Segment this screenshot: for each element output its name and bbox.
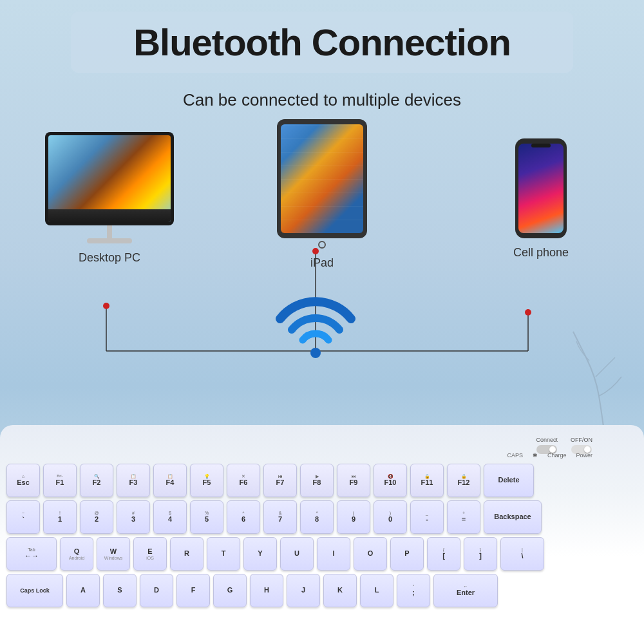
key-j[interactable]: J — [287, 574, 320, 607]
key-o[interactable]: O — [354, 537, 387, 571]
ipad-screen — [281, 124, 363, 233]
phone-notch — [531, 144, 551, 147]
key-rbracket[interactable]: }] — [464, 537, 497, 571]
key-f8[interactable]: ▶F8 — [300, 464, 334, 497]
charge-indicator: Charge — [547, 452, 567, 459]
key-5[interactable]: %5 — [190, 500, 223, 534]
monitor — [45, 132, 174, 225]
caps-row: CAPS ✱ Charge Power — [507, 452, 592, 459]
keyboard-section: Connect OFF/ON CAPS ✱ Charge Power ⌂Esc … — [0, 425, 644, 644]
key-caps-lock[interactable]: Caps Lock — [6, 574, 63, 607]
key-f[interactable]: F — [176, 574, 210, 607]
key-f11[interactable]: 🔒F11 — [410, 464, 444, 497]
key-9[interactable]: (9 — [337, 500, 370, 534]
monitor-screen — [48, 135, 171, 222]
key-l[interactable]: L — [360, 574, 393, 607]
key-q[interactable]: QAndroid — [60, 537, 93, 571]
key-f9[interactable]: ⏭F9 — [337, 464, 370, 497]
svg-point-7 — [525, 309, 531, 316]
offon-group: OFF/ON — [571, 437, 592, 454]
key-f12[interactable]: 🔒F12 — [447, 464, 480, 497]
branch-decoration — [567, 312, 644, 441]
title-banner: Bluetooth Connection — [71, 12, 573, 73]
desktop-label: Desktop PC — [39, 251, 180, 265]
device-desktop: Desktop PC — [39, 132, 180, 265]
svg-point-8 — [310, 348, 321, 358]
key-w[interactable]: WWindows — [97, 537, 130, 571]
bt-indicator: ✱ — [533, 452, 538, 459]
key-backslash[interactable]: |\ — [500, 537, 544, 571]
key-f10[interactable]: 🔇F10 — [374, 464, 407, 497]
key-k[interactable]: K — [323, 574, 357, 607]
page-title: Bluetooth Connection — [90, 21, 554, 64]
key-y[interactable]: Y — [243, 537, 277, 571]
device-phone: Cell phone — [502, 138, 580, 260]
key-t[interactable]: T — [207, 537, 240, 571]
key-f7[interactable]: ⏮F7 — [263, 464, 297, 497]
key-r[interactable]: R — [170, 537, 204, 571]
key-7[interactable]: &7 — [263, 500, 297, 534]
phone-screen — [518, 144, 564, 233]
ipad-body — [277, 119, 367, 238]
key-delete[interactable]: Delete — [484, 464, 534, 497]
key-backspace[interactable]: Backspace — [484, 500, 542, 534]
key-minus[interactable]: _- — [410, 500, 444, 534]
key-f1[interactable]: Bri-F1 — [43, 464, 77, 497]
key-p[interactable]: P — [390, 537, 424, 571]
offon-label: OFF/ON — [571, 437, 592, 443]
monitor-stand — [107, 225, 112, 238]
key-f3[interactable]: 📋F3 — [117, 464, 150, 497]
key-semicolon[interactable]: "; — [397, 574, 430, 607]
key-s[interactable]: S — [103, 574, 137, 607]
key-tab[interactable]: Tab←→ — [6, 537, 57, 571]
key-f4[interactable]: 📋F4 — [153, 464, 187, 497]
phone-body — [515, 138, 567, 238]
key-u[interactable]: U — [280, 537, 314, 571]
key-8[interactable]: *8 — [300, 500, 334, 534]
connect-label: Connect — [536, 437, 558, 443]
key-a[interactable]: A — [66, 574, 100, 607]
key-lbracket[interactable]: {[ — [427, 537, 460, 571]
key-row-fn: ⌂Esc Bri-F1 🔍F2 📋F3 📋F4 💡F5 ✕F6 ⏮F7 ▶F8 … — [6, 464, 638, 497]
keyboard-keys: ⌂Esc Bri-F1 🔍F2 📋F3 📋F4 💡F5 ✕F6 ⏮F7 ▶F8 … — [6, 464, 638, 611]
key-enter[interactable]: ←Enter — [433, 574, 498, 607]
key-2[interactable]: @2 — [80, 500, 113, 534]
led-indicators: Connect OFF/ON — [536, 437, 592, 454]
key-f6[interactable]: ✕F6 — [227, 464, 260, 497]
key-f5[interactable]: 💡F5 — [190, 464, 223, 497]
key-tilde[interactable]: ~` — [6, 500, 40, 534]
key-g[interactable]: G — [213, 574, 247, 607]
key-3[interactable]: #3 — [117, 500, 150, 534]
ipad-home-button — [318, 241, 326, 249]
monitor-base — [87, 238, 132, 243]
device-ipad: iPad — [270, 119, 374, 270]
key-0[interactable]: )0 — [374, 500, 407, 534]
power-indicator: Power — [576, 452, 592, 459]
key-6[interactable]: ^6 — [227, 500, 260, 534]
key-row-qwerty: Tab←→ QAndroid WWindows EiOS R T Y U I O… — [6, 537, 638, 571]
key-f2[interactable]: 🔍F2 — [80, 464, 113, 497]
key-h[interactable]: H — [250, 574, 283, 607]
connect-group: Connect — [536, 437, 558, 454]
key-e[interactable]: EiOS — [133, 537, 167, 571]
devices-area: Desktop PC iPad Cell phone — [0, 119, 644, 415]
key-1[interactable]: !1 — [43, 500, 77, 534]
key-row-numbers: ~` !1 @2 #3 $4 %5 ^6 &7 *8 (9 )0 _- += B… — [6, 500, 638, 534]
phone-label: Cell phone — [502, 246, 580, 260]
key-esc[interactable]: ⌂Esc — [6, 464, 40, 497]
key-row-asdf: Caps Lock A S D F G H J K L "; ←Enter — [6, 574, 638, 607]
caps-indicator: CAPS — [507, 452, 523, 459]
key-i[interactable]: I — [317, 537, 350, 571]
key-equals[interactable]: += — [447, 500, 480, 534]
ipad-label: iPad — [270, 256, 374, 270]
key-d[interactable]: D — [140, 574, 173, 607]
key-4[interactable]: $4 — [153, 500, 187, 534]
subtitle: Can be connected to multiple devices — [0, 90, 644, 110]
svg-point-5 — [103, 303, 109, 309]
